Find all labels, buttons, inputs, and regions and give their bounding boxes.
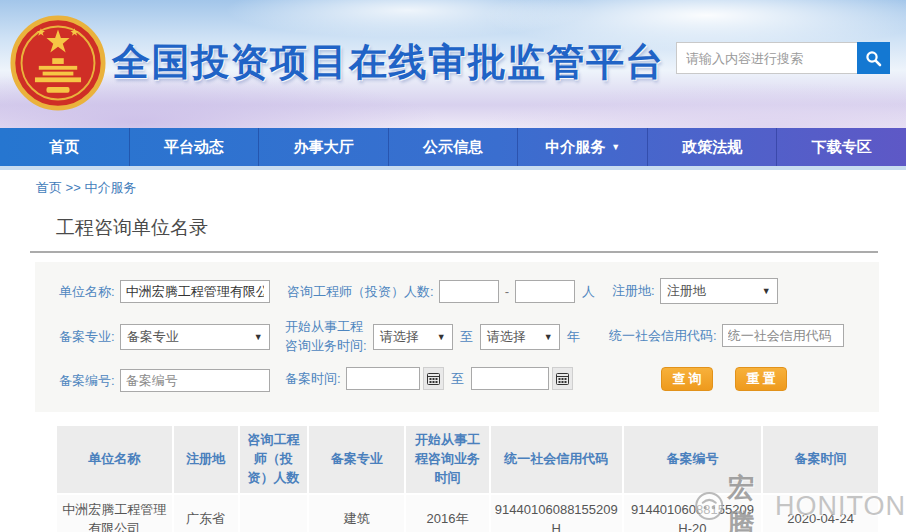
table-header-cell: 咨询工程师（投资）人数 [240, 426, 308, 493]
nav-item-downloads[interactable]: 下载专区 [777, 128, 906, 166]
nav-item-service-hall[interactable]: 办事大厅 [259, 128, 389, 166]
record-major-selected: 备案专业 [127, 328, 179, 346]
reset-button[interactable]: 重置 [735, 367, 787, 391]
nav-item-label: 首页 [49, 138, 79, 157]
nav-item-public-info[interactable]: 公示信息 [389, 128, 519, 166]
query-button[interactable]: 查询 [661, 367, 713, 391]
unit-name-input[interactable] [120, 280, 270, 303]
credit-code-input[interactable] [722, 324, 844, 347]
business-start-from-select[interactable]: 请选择 ▼ [373, 324, 453, 350]
credit-code-label: 统一社会信用代码: [609, 327, 717, 345]
record-no-input[interactable] [120, 369, 270, 392]
chevron-down-icon: ▼ [762, 286, 771, 296]
site-title: 全国投资项目在线审批监管平台 [112, 37, 665, 88]
business-start-to-select[interactable]: 请选择 ▼ [480, 324, 560, 350]
record-time-between: 至 [451, 370, 464, 388]
site-search-input[interactable] [676, 42, 857, 74]
record-time-from-input[interactable] [346, 367, 420, 390]
table-cell-register-area: 广东省 [174, 495, 238, 532]
table-cell-engineer-count [240, 495, 308, 532]
record-major-select[interactable]: 备案专业 ▼ [120, 324, 270, 350]
field-record-no: 备案编号: [59, 369, 270, 392]
table-header-cell: 统一社会信用代码 [491, 426, 622, 493]
nav-item-home[interactable]: 首页 [0, 128, 130, 166]
field-business-start: 开始从事工程 咨询业务时间: 请选择 ▼ 至 请选择 ▼ 年 [285, 318, 587, 356]
register-area-select[interactable]: 注册地 ▼ [660, 278, 778, 304]
main-nav: 首页 平台动态 办事大厅 公示信息 中介服务 ▼ 政策法规 下载专区 [0, 128, 906, 166]
breadcrumb[interactable]: 首页 >> 中介服务 [36, 179, 136, 197]
field-unit-name: 单位名称: [59, 280, 270, 303]
page-title: 工程咨询单位名录 [56, 215, 208, 241]
field-record-time: 备案时间: 至 [285, 367, 573, 390]
nav-item-label: 平台动态 [164, 138, 224, 157]
record-time-label: 备案时间: [285, 370, 341, 388]
table-cell-record-no: 91440106088155209H-20 [624, 495, 762, 532]
register-area-label: 注册地: [612, 282, 655, 300]
search-icon [865, 50, 882, 67]
business-start-between: 至 [460, 328, 473, 346]
record-major-label: 备案专业: [59, 328, 115, 346]
calendar-icon[interactable] [423, 367, 444, 390]
table-header-cell: 单位名称 [57, 426, 172, 493]
nav-item-label: 政策法规 [682, 138, 742, 157]
unit-name-label: 单位名称: [59, 283, 115, 301]
nav-bottom-strip [0, 166, 906, 170]
business-start-label-line1: 开始从事工程 [285, 319, 363, 334]
nav-item-label: 中介服务 [545, 138, 605, 157]
table-header-cell: 备案专业 [309, 426, 404, 493]
business-start-from-selected: 请选择 [380, 328, 419, 346]
table-header-row: 单位名称 注册地 咨询工程师（投资）人数 备案专业 开始从事工程咨询业务时间 统… [57, 426, 878, 493]
business-start-label-line2: 咨询业务时间: [285, 338, 367, 353]
engineer-count-unit: 人 [582, 283, 595, 301]
field-register-area: 注册地: 注册地 ▼ [612, 278, 778, 304]
business-start-label: 开始从事工程 咨询业务时间: [285, 318, 367, 356]
engineer-count-max-input[interactable] [515, 280, 575, 303]
title-divider [30, 251, 878, 253]
table-header-cell: 备案编号 [624, 426, 762, 493]
table-cell-record-time: 2020-04-24 [763, 495, 878, 532]
calendar-icon[interactable] [552, 367, 573, 390]
nav-item-platform-news[interactable]: 平台动态 [130, 128, 260, 166]
query-form: 单位名称: 咨询工程师（投资）人数: - 人 注册地: 注册地 ▼ 备案专业: … [35, 262, 879, 412]
chevron-down-icon: ▼ [544, 332, 553, 342]
table-header-cell: 注册地 [174, 426, 238, 493]
page: 全国投资项目在线审批监管平台 首页 平台动态 办事大厅 公示信息 中介服务 ▼ … [0, 0, 906, 532]
table-header-cell: 备案时间 [763, 426, 878, 493]
record-time-to-input[interactable] [471, 367, 549, 390]
range-separator: - [505, 284, 509, 299]
table-cell-unit-name: 中洲宏腾工程管理有限公司 [57, 495, 172, 532]
engineer-count-label: 咨询工程师（投资）人数: [287, 283, 434, 301]
national-emblem-icon [10, 12, 106, 114]
nav-item-label: 公示信息 [423, 138, 483, 157]
nav-item-intermediary-services[interactable]: 中介服务 ▼ [518, 128, 648, 166]
chevron-down-icon: ▼ [611, 143, 620, 152]
table-header-cell: 开始从事工程咨询业务时间 [406, 426, 489, 493]
nav-item-label: 下载专区 [812, 138, 872, 157]
site-header: 全国投资项目在线审批监管平台 [0, 0, 906, 128]
chevron-down-icon: ▼ [254, 332, 263, 342]
results-table: 单位名称 注册地 咨询工程师（投资）人数 备案专业 开始从事工程咨询业务时间 统… [55, 424, 880, 532]
site-search-button[interactable] [857, 42, 890, 74]
record-no-label: 备案编号: [59, 372, 115, 390]
table-cell-business-start: 2016年 [406, 495, 489, 532]
register-area-selected: 注册地 [667, 282, 706, 300]
nav-item-policies[interactable]: 政策法规 [648, 128, 778, 166]
business-start-unit: 年 [567, 328, 580, 346]
table-cell-credit-code: 91440106088155209H [491, 495, 622, 532]
field-record-major: 备案专业: 备案专业 ▼ [59, 324, 270, 350]
field-engineer-count: 咨询工程师（投资）人数: - 人 [287, 280, 602, 303]
engineer-count-min-input[interactable] [439, 280, 499, 303]
chevron-down-icon: ▼ [437, 332, 446, 342]
table-row: 中洲宏腾工程管理有限公司 广东省 建筑 2016年 91440106088155… [57, 495, 878, 532]
table-cell-record-major: 建筑 [309, 495, 404, 532]
site-search [676, 42, 890, 74]
nav-item-label: 办事大厅 [293, 138, 353, 157]
business-start-to-selected: 请选择 [487, 328, 526, 346]
form-buttons: 查询 重置 [661, 367, 787, 391]
field-credit-code: 统一社会信用代码: [609, 324, 844, 347]
